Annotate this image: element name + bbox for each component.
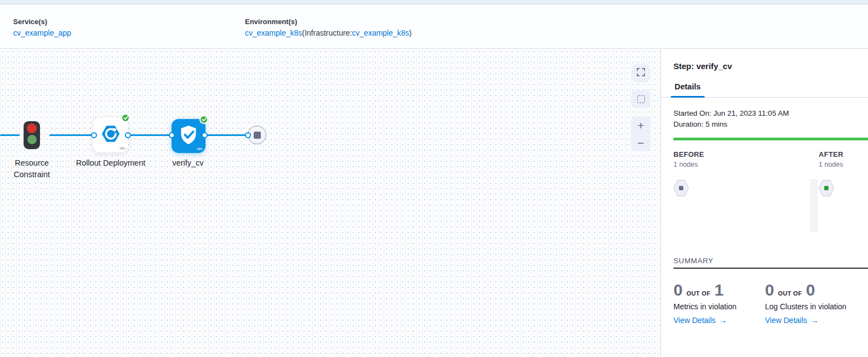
started-on-text: Started On: Jun 21, 2023 11:05 AM: [673, 108, 868, 119]
selection-button[interactable]: [631, 90, 650, 108]
metrics-summary: 0 OUT OF 1 Metrics in violation View Det…: [673, 282, 765, 325]
after-node-hexagon[interactable]: [819, 180, 834, 196]
node-verify-cv[interactable]: </>: [172, 119, 205, 153]
fullscreen-button[interactable]: [631, 64, 650, 82]
summary-divider: [673, 268, 868, 269]
node-label-verify-cv: verify_cv: [152, 157, 224, 169]
edge-incoming: [0, 134, 20, 136]
service-label: Service(s): [13, 18, 71, 26]
after-column: AFTER 1 nodes: [819, 150, 843, 196]
before-after-comparison: BEFORE 1 nodes AFTER 1 nodes: [673, 150, 868, 254]
success-check-badge: [199, 115, 208, 124]
infrastructure-suffix: ): [409, 29, 412, 37]
logs-total-count: 0: [806, 282, 815, 298]
metrics-description: Metrics in violation: [673, 302, 765, 311]
logs-view-details-link[interactable]: View Details →: [765, 315, 856, 325]
node-label-rollout-deployment: Rollout Deployment: [75, 157, 146, 169]
service-block: Service(s) cv_example_app: [13, 18, 71, 37]
port-rollout-out: [125, 132, 131, 138]
node-status-icon: [679, 186, 683, 190]
zoom-out-button[interactable]: −: [631, 134, 650, 151]
shield-check-icon: [178, 124, 199, 148]
after-label: AFTER: [819, 150, 843, 158]
node-label-resource-constraint: Resource Constraint: [0, 157, 67, 180]
fullscreen-icon: [637, 68, 645, 78]
code-icon: </>: [197, 146, 202, 151]
panel-title: Step: verify_cv: [673, 61, 868, 71]
duration-text: Duration: 5 mins: [673, 119, 868, 130]
before-node-count: 1 nodes: [673, 161, 704, 168]
minus-icon: −: [637, 137, 644, 149]
rollout-deployment-icon: [100, 123, 121, 146]
after-node-count: 1 nodes: [819, 161, 843, 168]
code-icon: </>: [119, 146, 125, 151]
step-details-panel: Step: verify_cv Details Started On: Jun …: [661, 49, 868, 356]
verification-progress-bar: [673, 138, 868, 140]
comparison-divider: [810, 179, 818, 232]
plus-icon: +: [637, 120, 644, 131]
zoom-controls: + −: [631, 116, 650, 151]
port-verify-out: [202, 132, 208, 138]
arrow-right-icon: →: [719, 315, 727, 325]
success-check-badge: [121, 114, 130, 122]
node-resource-constraint[interactable]: [24, 121, 40, 149]
infrastructure-prefix: (Infrastructure:: [302, 29, 352, 37]
pipeline-canvas[interactable]: Resource Constraint </> Rollout Deployme…: [0, 49, 661, 356]
before-column: BEFORE 1 nodes: [673, 150, 704, 196]
before-label: BEFORE: [673, 150, 704, 158]
environment-link[interactable]: cv_example_k8s: [245, 29, 302, 37]
port-verify-in: [169, 132, 175, 138]
edge-verify-to-end: [207, 134, 245, 136]
environment-label: Environment(s): [245, 18, 412, 26]
port-end-in: [245, 132, 251, 138]
top-accent-strip: [0, 0, 868, 4]
edge-rollout-to-verify: [130, 134, 170, 136]
edge-constraint-to-rollout: [49, 134, 92, 136]
panel-tabs: Details: [661, 82, 868, 98]
port-rollout-in: [91, 132, 97, 138]
logs-description: Log Clusters in violation: [765, 302, 856, 311]
node-rollout-deployment[interactable]: </>: [93, 117, 128, 152]
metrics-view-details-link[interactable]: View Details →: [673, 315, 765, 325]
before-node-hexagon[interactable]: [673, 180, 689, 196]
tab-details[interactable]: Details: [671, 82, 705, 97]
environment-block: Environment(s) cv_example_k8s(Infrastruc…: [245, 18, 412, 37]
arrow-right-icon: →: [810, 315, 819, 325]
stop-square-icon: [254, 132, 261, 139]
metrics-total-count: 1: [715, 282, 724, 298]
logs-violation-count: 0: [765, 282, 774, 298]
marquee-select-icon: [637, 95, 645, 103]
service-link[interactable]: cv_example_app: [13, 29, 71, 37]
summary-heading: SUMMARY: [673, 257, 868, 265]
execution-context-header: Service(s) cv_example_app Environment(s)…: [0, 4, 868, 49]
zoom-in-button[interactable]: +: [631, 116, 650, 134]
node-status-icon: [824, 186, 829, 190]
traffic-light-red-icon: [27, 123, 37, 133]
traffic-light-green-icon: [27, 135, 37, 144]
out-of-label: OUT OF: [778, 290, 802, 297]
log-clusters-summary: 0 OUT OF 0 Log Clusters in violation Vie…: [765, 282, 856, 325]
out-of-label: OUT OF: [687, 290, 711, 297]
metrics-violation-count: 0: [673, 282, 683, 298]
infrastructure-link[interactable]: cv_example_k8s: [352, 29, 409, 37]
